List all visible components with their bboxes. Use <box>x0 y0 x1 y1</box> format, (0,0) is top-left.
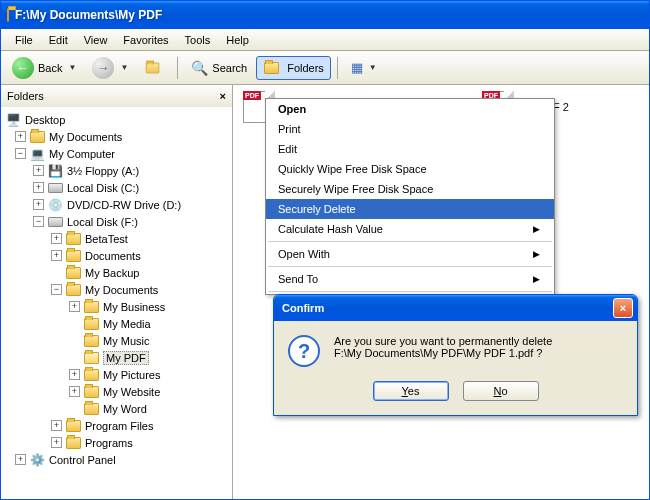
menu-favorites[interactable]: Favorites <box>115 32 176 48</box>
dialog-title: Confirm <box>282 302 324 314</box>
tree-label: My PDF <box>103 351 149 365</box>
tree-label: My Website <box>103 386 160 398</box>
ctx-calc-hash[interactable]: Calculate Hash Value▶ <box>266 219 554 239</box>
folder-icon <box>83 384 99 400</box>
back-button[interactable]: ← Back ▼ <box>5 53 83 83</box>
chevron-down-icon: ▼ <box>369 63 377 72</box>
tree-floppy[interactable]: + 💾 3½ Floppy (A:) <box>3 162 230 179</box>
menu-edit[interactable]: Edit <box>41 32 76 48</box>
menu-file[interactable]: File <box>7 32 41 48</box>
expander-plus[interactable]: + <box>33 165 44 176</box>
dialog-message: Are you sure you want to permanently del… <box>334 335 552 367</box>
submenu-arrow-icon: ▶ <box>533 274 540 284</box>
folders-header-label: Folders <box>7 90 44 102</box>
tree-label: Program Files <box>85 420 153 432</box>
expander-plus[interactable]: + <box>15 131 26 142</box>
tree-label: Documents <box>85 250 141 262</box>
tree-label: My Media <box>103 318 151 330</box>
expander-plus[interactable]: + <box>33 182 44 193</box>
views-button[interactable]: ▦ ▼ <box>344 56 384 79</box>
computer-icon: 💻 <box>29 146 45 162</box>
drive-icon <box>47 180 63 196</box>
search-button[interactable]: 🔍 Search <box>184 56 254 80</box>
folder-icon <box>65 231 81 247</box>
folder-icon <box>29 129 45 145</box>
expander-minus[interactable]: − <box>15 148 26 159</box>
ctx-edit[interactable]: Edit <box>266 139 554 159</box>
folders-button[interactable]: Folders <box>256 56 331 80</box>
ctx-open-with[interactable]: Open With▶ <box>266 244 554 264</box>
expander-plus[interactable]: + <box>69 369 80 380</box>
ctx-secure-wipe[interactable]: Securely Wipe Free Disk Space <box>266 179 554 199</box>
menu-tools[interactable]: Tools <box>177 32 219 48</box>
dialog-close-button[interactable]: × <box>613 298 633 318</box>
question-icon: ? <box>288 335 320 367</box>
tree-my-music[interactable]: My Music <box>3 332 230 349</box>
tree-label: My Documents <box>85 284 158 296</box>
tree-my-backup[interactable]: My Backup <box>3 264 230 281</box>
toolbar: ← Back ▼ → ▼ 🔍 Search Folders ▦ ▼ <box>1 51 649 85</box>
tree-my-business[interactable]: + My Business <box>3 298 230 315</box>
no-button[interactable]: No <box>463 381 539 401</box>
tree-my-computer[interactable]: − 💻 My Computer <box>3 145 230 162</box>
tree-control-panel[interactable]: + ⚙️ Control Panel <box>3 451 230 468</box>
folders-tree[interactable]: 🖥️ Desktop + My Documents − 💻 My Compute… <box>1 107 232 499</box>
tree-programs[interactable]: + Programs <box>3 434 230 451</box>
up-button[interactable] <box>137 56 171 80</box>
expander-plus[interactable]: + <box>15 454 26 465</box>
window-title: F:\My Documents\My PDF <box>15 8 645 22</box>
expander-plus[interactable]: + <box>51 233 62 244</box>
folder-icon <box>65 248 81 264</box>
expander-minus[interactable]: − <box>33 216 44 227</box>
expander-plus[interactable]: + <box>69 386 80 397</box>
tree-program-files[interactable]: + Program Files <box>3 417 230 434</box>
tree-my-media[interactable]: My Media <box>3 315 230 332</box>
tree-my-pictures[interactable]: + My Pictures <box>3 366 230 383</box>
tree-label: DVD/CD-RW Drive (D:) <box>67 199 181 211</box>
tree-dvd[interactable]: + 💿 DVD/CD-RW Drive (D:) <box>3 196 230 213</box>
tree-my-pdf[interactable]: My PDF <box>3 349 230 366</box>
ctx-print[interactable]: Print <box>266 119 554 139</box>
tree-local-f[interactable]: − Local Disk (F:) <box>3 213 230 230</box>
tree-desktop[interactable]: 🖥️ Desktop <box>3 111 230 128</box>
yes-button[interactable]: Yes <box>373 381 449 401</box>
tree-my-word[interactable]: My Word <box>3 400 230 417</box>
tree-label: 3½ Floppy (A:) <box>67 165 139 177</box>
tree-label: My Backup <box>85 267 139 279</box>
ctx-open[interactable]: Open <box>266 99 554 119</box>
expander-minus[interactable]: − <box>51 284 62 295</box>
tree-label: My Documents <box>49 131 122 143</box>
expander-plus[interactable]: + <box>51 250 62 261</box>
tree-betatest[interactable]: + BetaTest <box>3 230 230 247</box>
ctx-separator <box>268 241 552 242</box>
toolbar-separator <box>337 57 338 79</box>
expander-plus[interactable]: + <box>51 437 62 448</box>
ctx-secure-delete[interactable]: Securely Delete <box>266 199 554 219</box>
ctx-quick-wipe[interactable]: Quickly Wipe Free Disk Space <box>266 159 554 179</box>
tree-my-documents[interactable]: − My Documents <box>3 281 230 298</box>
menu-view[interactable]: View <box>76 32 116 48</box>
folders-icon <box>263 60 279 76</box>
expander-plus[interactable]: + <box>33 199 44 210</box>
tree-local-c[interactable]: + Local Disk (C:) <box>3 179 230 196</box>
menu-help[interactable]: Help <box>218 32 257 48</box>
dialog-buttons: Yes No <box>274 375 637 415</box>
folder-icon <box>83 367 99 383</box>
tree-my-documents-root[interactable]: + My Documents <box>3 128 230 145</box>
folders-header: Folders × <box>1 85 232 107</box>
expander-plus[interactable]: + <box>51 420 62 431</box>
tree-documents[interactable]: + Documents <box>3 247 230 264</box>
forward-button[interactable]: → ▼ <box>85 53 135 83</box>
folder-icon <box>65 265 81 281</box>
tree-my-website[interactable]: + My Website <box>3 383 230 400</box>
chevron-down-icon: ▼ <box>120 63 128 72</box>
dialog-line2: F:\My Documents\My PDF\My PDF 1.pdf ? <box>334 347 552 359</box>
expander-plus[interactable]: + <box>69 301 80 312</box>
folder-icon <box>65 282 81 298</box>
cd-icon: 💿 <box>47 197 63 213</box>
close-pane-button[interactable]: × <box>220 90 226 102</box>
ctx-send-to[interactable]: Send To▶ <box>266 269 554 289</box>
views-icon: ▦ <box>351 60 363 75</box>
folder-icon <box>83 299 99 315</box>
search-label: Search <box>212 62 247 74</box>
